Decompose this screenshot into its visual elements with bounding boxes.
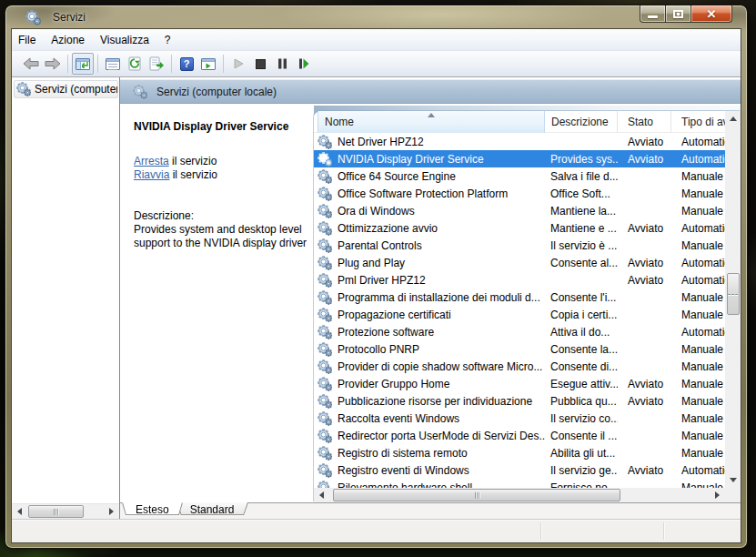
service-description-cell: Mantiene e ... [545,222,618,235]
scrollbar-thumb[interactable] [28,505,84,518]
scroll-up-button[interactable] [725,111,741,127]
service-row[interactable]: Registro di sistema remotoAbilita gli ut… [314,444,725,461]
service-row[interactable]: Parental ControlsIl servizio è ...Manual… [314,237,725,254]
service-name-cell: Registro di sistema remoto [314,446,545,461]
service-startup-cell: Manuale [671,205,725,218]
export-list-button[interactable] [146,53,167,75]
service-row[interactable]: Office Software Protection PlatformOffic… [314,185,725,202]
toolbar-separator [171,55,172,73]
service-row[interactable]: Registro eventi di WindowsIl servizio ge… [314,461,725,479]
tree-item-services[interactable]: Servizi (computer locale) [14,80,118,98]
service-startup-cell: Manuale [671,360,725,373]
stop-service-button[interactable] [249,53,271,75]
tree-horizontal-scrollbar[interactable] [12,503,119,519]
grip-line [728,294,731,295]
stop-service-suffix: il servizio [169,155,217,167]
column-header-tipo[interactable]: Tipo di avvio [671,111,725,133]
service-startup-cell: Automatico [671,257,725,269]
services-gear-icon [318,152,332,167]
scroll-left-button[interactable] [12,504,27,519]
grip-line [475,492,476,499]
scroll-down-button[interactable] [725,472,741,488]
maximize-button[interactable] [666,5,691,23]
restart-service-link[interactable]: Riavvia [134,168,169,181]
scrollbar-thumb[interactable] [727,273,740,315]
service-row[interactable]: Protezione softwareAttiva il do...Automa… [314,323,725,340]
menu-help[interactable]: ? [158,31,177,49]
service-row[interactable]: Rilevamento hardware shellFornisce no...… [314,479,725,488]
show-console-tree-button[interactable] [72,53,94,75]
scroll-left-button[interactable] [314,488,329,502]
service-row[interactable]: Plug and PlayConsente al...AvviatoAutoma… [314,254,725,271]
client-area: File Azione Visualizza ? [12,29,741,542]
scroll-right-button[interactable] [710,488,725,502]
services-gear-icon [318,481,332,489]
services-gear-icon [318,256,332,270]
refresh-button[interactable] [124,53,146,75]
service-startup-cell: Manuale [671,170,725,183]
menu-visualizza[interactable]: Visualizza [94,31,156,49]
forward-button[interactable] [42,53,64,75]
help-button[interactable]: ? [176,53,197,75]
service-row[interactable]: Provider di copie shadow software Micro.… [314,358,725,375]
tab-label: Esteso [136,503,169,516]
service-row[interactable]: Protocollo PNRPConsente la...Manuale [314,340,725,358]
pause-service-button[interactable] [271,53,293,75]
service-name-text: Protocollo PNRP [338,343,419,356]
service-status-cell: Avviato [618,153,671,166]
services-gear-icon [16,82,31,96]
arrow-up-icon [730,116,737,121]
service-row[interactable]: Redirector porta UserMode di Servizi Des… [314,427,725,444]
service-row[interactable]: Ora di WindowsMantiene la...Manuale [314,202,725,219]
service-description-cell: Consente il ... [545,430,618,442]
restart-service-button[interactable] [293,53,315,75]
titlebar[interactable]: Servizi ✕ [5,5,747,29]
column-header-descrizione[interactable]: Descrizione [545,111,618,133]
minimize-button[interactable] [640,5,666,23]
console-tree-panel: Servizi (computer locale) [12,77,120,519]
service-description-cell: Consente al... [545,257,618,269]
close-button[interactable]: ✕ [691,5,732,23]
service-row[interactable]: Office 64 Source EngineSalva i file d...… [314,167,725,185]
service-startup-cell: Manuale [671,395,725,408]
service-startup-cell: Manuale [671,239,725,252]
service-row[interactable]: Pubblicazione risorse per individuazione… [314,392,725,410]
service-row[interactable]: Propagazione certificatiCopia i certi...… [314,306,725,323]
service-name-cell: Registro eventi di Windows [314,463,545,478]
show-action-pane-button[interactable] [197,53,219,75]
service-row[interactable]: Pml Driver HPZ12AvviatoAutomatico [314,271,725,289]
service-row[interactable]: Provider Gruppo HomeEsegue attiv...Avvia… [314,375,725,392]
service-description-cell: Provides sys... [545,153,618,166]
column-header-nome[interactable]: Nome [318,111,545,133]
pane-header-band: Servizi (computer locale) [120,79,741,104]
service-name-text: Parental Controls [338,239,422,252]
start-service-button[interactable] [227,53,249,75]
tab-esteso[interactable]: Esteso [126,502,178,519]
properties-button[interactable] [102,53,124,75]
service-description-cell: Consente di... [545,360,618,373]
service-name-cell: Rilevamento hardware shell [314,481,545,489]
service-row[interactable]: NVIDIA Display Driver ServiceProvides sy… [314,150,725,167]
list-horizontal-scrollbar[interactable] [314,488,725,502]
scroll-right-button[interactable] [104,504,119,519]
menu-azione[interactable]: Azione [45,31,91,49]
back-button[interactable] [20,53,42,75]
services-gear-icon [133,85,147,99]
column-header-stato[interactable]: Stato [618,111,671,133]
service-description-cell: Attiva il do... [545,326,618,339]
grip-line [735,294,738,295]
service-name-text: Ottimizzazione avvio [338,222,438,235]
menu-file[interactable]: File [12,31,42,49]
stop-service-link[interactable]: Arresta [134,155,169,167]
service-row[interactable]: Net Driver HPZ12AvviatoAutomatico [314,133,725,150]
service-startup-cell: Automatico [671,464,725,477]
scrollbar-thumb[interactable] [333,489,620,501]
service-row[interactable]: Ottimizzazione avvioMantiene e ...Avviat… [314,219,725,237]
desktop: Servizi ✕ File Azione Visualizza ? [0,0,756,557]
grip-line [108,69,117,70]
service-row[interactable]: Raccolta eventi WindowsIl servizio co...… [314,410,725,427]
service-row[interactable]: Programma di installazione dei moduli d.… [314,289,725,306]
tab-standard[interactable]: Standard [181,502,244,519]
extended-description-panel: NVIDIA Display Driver Service Arresta il… [120,105,314,502]
list-vertical-scrollbar[interactable] [725,111,741,488]
